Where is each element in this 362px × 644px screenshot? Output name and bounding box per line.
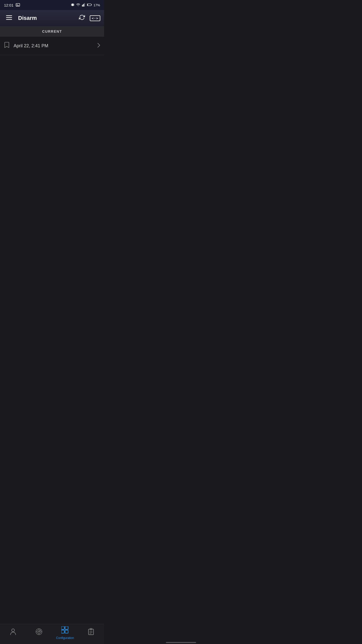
list-item-date: April 22, 2:41 PM xyxy=(14,43,98,49)
list-item[interactable]: April 22, 2:41 PM xyxy=(0,37,104,55)
code-brackets-icon: <·> xyxy=(90,15,100,21)
menu-button[interactable] xyxy=(4,13,14,23)
header-left: Disarm xyxy=(4,13,37,23)
status-left: 12:01 xyxy=(4,3,20,8)
current-section-label: CURRENT xyxy=(42,29,62,33)
code-button[interactable]: <·> xyxy=(90,13,100,23)
svg-rect-13 xyxy=(6,17,12,18)
page-title: Disarm xyxy=(18,15,37,21)
app-header: Disarm <·> xyxy=(0,10,104,26)
svg-rect-11 xyxy=(87,4,88,5)
svg-rect-3 xyxy=(71,4,72,6)
vibrate-icon xyxy=(71,3,74,8)
svg-rect-14 xyxy=(6,19,12,20)
status-time: 12:01 xyxy=(4,3,14,7)
svg-rect-12 xyxy=(6,15,12,16)
svg-rect-6 xyxy=(83,4,83,7)
svg-rect-4 xyxy=(74,4,74,6)
refresh-button[interactable] xyxy=(77,13,87,23)
svg-rect-7 xyxy=(83,4,84,7)
header-right: <·> xyxy=(77,13,100,23)
battery-icon xyxy=(87,3,92,7)
battery-percent: 17% xyxy=(94,3,100,7)
svg-rect-8 xyxy=(84,3,85,7)
hamburger-icon xyxy=(6,15,12,21)
chevron-right-icon xyxy=(98,43,100,49)
svg-rect-2 xyxy=(72,4,73,6)
status-right: 17% xyxy=(71,3,100,8)
svg-rect-10 xyxy=(91,4,92,5)
svg-point-1 xyxy=(17,4,17,5)
bookmark-icon xyxy=(4,42,10,50)
svg-rect-5 xyxy=(82,5,82,6)
status-bar: 12:01 xyxy=(0,0,104,10)
refresh-icon xyxy=(79,14,85,22)
wifi-icon xyxy=(76,3,80,7)
section-label-bar: CURRENT xyxy=(0,26,104,37)
main-content xyxy=(0,55,104,206)
signal-icon xyxy=(82,3,85,7)
image-icon xyxy=(16,3,20,8)
